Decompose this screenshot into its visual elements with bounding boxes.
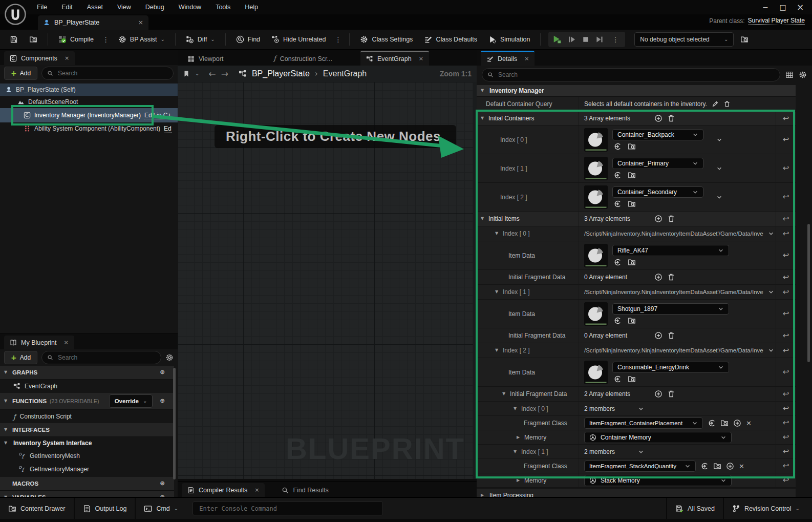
tab-compiler-results[interactable]: Compiler Results × [182,483,265,497]
save-button[interactable] [5,32,23,47]
item-index-row[interactable]: ▼Index [ 2 ] /Script/NinjaInventory.Ninj… [477,343,796,358]
tab-my-blueprint[interactable]: My Blueprint × [4,336,74,349]
add-icon[interactable] [726,462,734,470]
reset-to-default-button[interactable]: ↩ [776,328,796,343]
fragment-class-combo[interactable]: ItemFragment_StackAndQuantity [584,461,696,472]
browse-to-asset-icon[interactable] [628,375,636,383]
add-macro-icon[interactable]: ⊕ [160,481,165,487]
tab-viewport[interactable]: Viewport [182,52,229,66]
edit-icon[interactable] [712,100,719,108]
close-icon[interactable]: × [254,487,259,493]
stop-button[interactable] [582,36,589,43]
asset-select-combo[interactable]: Rifle_AK47 [612,245,729,256]
use-selected-asset-icon[interactable] [613,171,622,179]
clear-array-icon[interactable] [667,390,675,398]
content-drawer-button[interactable]: Content Drawer [0,498,75,519]
item-data-row[interactable]: Item Data Shotgun_1897 ↩ [477,300,796,328]
add-element-icon[interactable] [654,114,663,122]
breadcrumb-leaf[interactable]: EventGraph [323,69,367,78]
details-search[interactable] [482,68,780,81]
tab-construction-script[interactable]: ƒ Construction Scr... [268,52,338,66]
cmd-dropdown[interactable]: Cmd ⌄ [136,498,186,519]
tab-find-results[interactable]: Find Results [276,483,334,497]
add-element-icon[interactable] [654,215,663,223]
asset-thumbnail[interactable] [584,302,608,326]
reset-to-default-button[interactable]: ↩ [776,445,796,458]
details-search-input[interactable] [497,71,775,79]
reset-to-default-button[interactable]: ↩ [776,212,796,226]
close-icon[interactable]: × [419,56,423,61]
browse-to-asset-icon[interactable] [628,258,636,266]
components-search[interactable] [41,67,174,80]
nav-back-icon[interactable]: ← [208,70,216,78]
macros-section-header[interactable]: MACROS ⊕ [0,477,174,491]
clear-icon[interactable]: × [739,463,744,469]
delete-icon[interactable] [723,100,731,108]
console-command-field[interactable] [193,502,383,515]
debug-browse-button[interactable] [736,32,753,47]
fragment-data-row[interactable]: Initial Fragment Data 0 Array element ↩ [477,328,796,343]
event-graph-canvas[interactable]: Right-Click to Create New Nodes. BLUEPRI… [178,82,473,479]
reset-to-default-button[interactable]: ↩ [776,343,796,358]
use-selected-asset-icon[interactable] [708,419,716,427]
browse-to-asset-icon[interactable] [628,200,636,208]
graph-scrollbar[interactable] [473,82,477,479]
add-graph-icon[interactable]: ⊕ [160,369,165,375]
component-row-ability-system[interactable]: Ability System Component (AbilityCompone… [0,122,178,135]
asset-thumbnail[interactable] [584,157,608,180]
use-selected-asset-icon[interactable] [613,142,622,151]
revision-control-button[interactable]: Revision Control ⌄ [724,498,812,519]
reset-to-default-button[interactable]: ↩ [776,270,796,284]
browse-asset-button[interactable] [25,32,42,47]
array-row-initial-items[interactable]: ▼Initial Items 3 Array elements ↩ [477,212,796,226]
menu-help[interactable]: Help [238,0,265,14]
array-element-row[interactable]: Index [ 2 ] Container_Secondary ↩ [477,183,796,212]
asset-select-combo[interactable]: Container_Primary [612,158,703,169]
chevron-down-icon[interactable] [768,289,774,295]
menu-view[interactable]: View [110,0,138,14]
window-close-button[interactable]: × [792,1,809,13]
use-selected-asset-icon[interactable] [613,375,622,383]
close-icon[interactable]: × [524,56,529,61]
add-element-icon[interactable] [654,331,663,340]
function-item-construction-script[interactable]: ƒ Construction Script [0,410,174,423]
reset-to-default-button[interactable]: ↩ [776,473,796,487]
details-settings-icon[interactable] [799,71,807,79]
expand-options-icon[interactable] [716,137,722,143]
use-selected-asset-icon[interactable] [613,317,622,325]
item-data-row[interactable]: Item Data Consumable_EnergyDrink ↩ [477,358,796,387]
nav-forward-icon[interactable]: → [221,70,228,78]
fragment-index-row[interactable]: ▼Index [ 0 ] 2 members ↩ [477,402,796,416]
add-icon[interactable] [733,419,741,427]
clear-icon[interactable]: × [746,420,752,426]
graphs-section-header[interactable]: ▼ GRAPHS ⊕ [0,366,174,380]
reset-to-default-button[interactable]: ↩ [776,430,796,444]
fragment-index-row[interactable]: ▼Index [ 1 ] 2 members ↩ [477,445,796,459]
reset-to-default-button[interactable]: ↩ [776,402,796,415]
parent-class-link[interactable]: Survival Player State [748,17,805,25]
compile-options-icon[interactable]: ⋮ [100,36,112,43]
component-row-scene-root[interactable]: DefaultSceneRoot [0,96,178,108]
item-index-row[interactable]: ▼Index [ 0 ] /Script/NinjaInventory.Ninj… [477,226,796,241]
add-function-icon[interactable]: ⊕ [160,398,165,404]
menu-asset[interactable]: Asset [80,0,110,14]
chevron-down-icon[interactable] [638,406,644,412]
edit-in-cpp-link[interactable]: Edit in C+ [144,112,171,119]
reset-to-default-button[interactable]: ↩ [776,387,796,401]
reset-to-default-button[interactable]: ↩ [776,285,796,299]
reset-to-default-button[interactable]: ↩ [776,183,796,211]
add-component-button[interactable]: + Add [4,67,37,80]
compile-button[interactable]: Compile [54,32,98,47]
memory-type-combo[interactable]: Stack Memory [584,475,732,486]
bookmark-icon[interactable] [183,70,190,77]
my-blueprint-search-input[interactable] [57,353,156,362]
menu-edit[interactable]: Edit [54,0,80,14]
chevron-down-icon[interactable] [768,347,774,353]
component-row-self[interactable]: BP_PlayerState (Self) [0,83,178,96]
fragment-class-row[interactable]: Fragment Class ItemFragment_StackAndQuan… [477,459,796,473]
asset-thumbnail[interactable] [584,244,608,267]
add-element-icon[interactable] [654,273,663,281]
use-selected-asset-icon[interactable] [700,462,709,470]
memory-row[interactable]: ▶Memory Container Memory ↩ [477,430,796,445]
expand-options-icon[interactable] [716,165,722,172]
